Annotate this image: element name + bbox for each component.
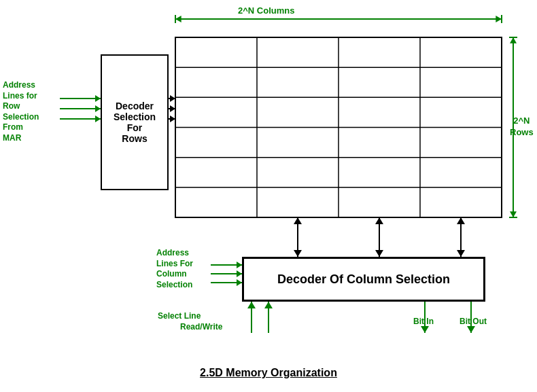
- diagram-container: AddressLines forRowSelectionFromMAR Deco…: [0, 0, 537, 392]
- page-title: 2.5D Memory Organization: [156, 367, 381, 379]
- rows-label: 2^NRows: [510, 115, 534, 139]
- columns-label: 2^N Columns: [238, 5, 294, 17]
- decoder-rows-box: DecoderSelectionForRows: [101, 54, 169, 190]
- address-col-label: AddressLines ForColumnSelection: [156, 248, 193, 290]
- bit-in-label: Bit In: [413, 317, 434, 327]
- address-lines-label: AddressLines forRowSelectionFromMAR: [3, 80, 39, 144]
- read-write-label: Read/Write: [180, 322, 222, 333]
- bit-out-label: Bit Out: [460, 317, 487, 327]
- decoder-col-box: Decoder Of Column Selection: [242, 257, 485, 302]
- select-line-label: Select Line: [158, 311, 201, 322]
